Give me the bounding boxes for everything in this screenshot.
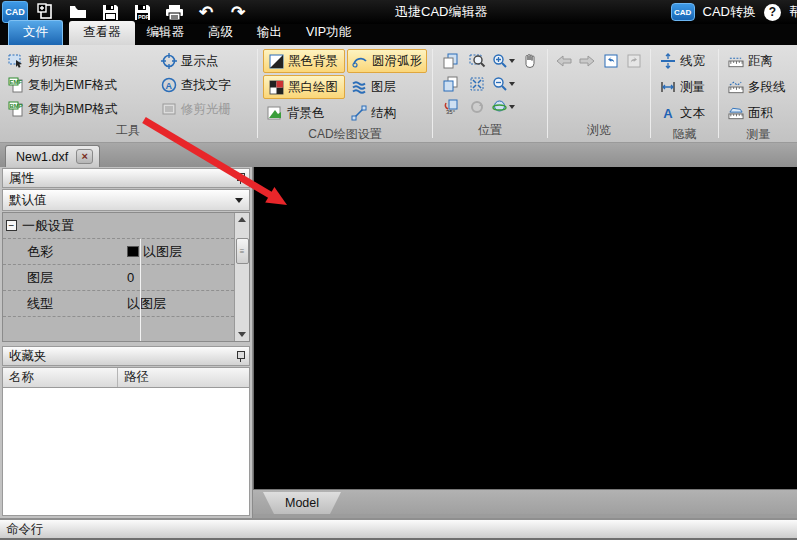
property-row-layer[interactable]: 图层 0 xyxy=(3,265,234,291)
layout-tab-strip: Model xyxy=(253,489,797,514)
menu-tab-output[interactable]: 输出 xyxy=(245,21,294,45)
orbit-3d-icon xyxy=(492,99,507,114)
close-tab-button[interactable]: × xyxy=(76,149,93,164)
help-button[interactable]: ? xyxy=(764,4,781,21)
menu-tab-file[interactable]: 文件 xyxy=(8,20,63,45)
zoom-in-button[interactable] xyxy=(490,49,516,72)
layers-button[interactable]: 图层 xyxy=(347,75,427,99)
rotate-view-button[interactable] xyxy=(464,95,490,118)
hide-text-button[interactable]: A 文本 xyxy=(656,101,713,125)
copy-bmp-button[interactable]: BMP 复制为BMP格式 xyxy=(4,97,155,121)
forward-button[interactable] xyxy=(577,49,599,72)
save-icon xyxy=(102,4,119,21)
preset-dropdown[interactable]: 默认值 xyxy=(2,189,250,211)
trim-raster-button[interactable]: 修剪光栅 xyxy=(157,97,252,121)
paste-view-button[interactable] xyxy=(438,72,464,95)
copy-emf-button[interactable]: EMF 复制为EMF格式 xyxy=(4,73,155,97)
next-view-button[interactable] xyxy=(624,49,646,72)
area-label: 面积 xyxy=(748,105,773,122)
collapse-icon[interactable]: − xyxy=(6,220,17,231)
svg-text:35°: 35° xyxy=(446,109,456,115)
line-width-button[interactable]: 线宽 xyxy=(656,49,713,73)
structure-button[interactable]: 结构 xyxy=(347,101,427,125)
property-group-row[interactable]: − 一般设置 xyxy=(3,213,234,239)
model-tab[interactable]: Model xyxy=(263,492,341,514)
cad-convert-icon: CAD xyxy=(671,3,695,21)
pin-icon[interactable] xyxy=(236,172,245,184)
bw-drawing-button[interactable]: 黑白绘图 xyxy=(263,75,345,99)
ribbon-separator xyxy=(257,49,258,138)
copy-emf-label: 复制为EMF格式 xyxy=(28,77,117,94)
background-color-button[interactable]: 背景色 xyxy=(263,101,345,125)
scroll-up-icon[interactable] xyxy=(238,217,246,222)
favorites-panel-header: 收藏夹 xyxy=(2,346,250,366)
back-button[interactable] xyxy=(553,49,575,72)
zoom-out-dropdown-arrow[interactable] xyxy=(509,82,515,86)
grid-column-divider xyxy=(140,239,141,341)
fit-screen-button[interactable] xyxy=(464,72,490,95)
scroll-down-icon[interactable] xyxy=(238,332,246,337)
print-button[interactable] xyxy=(160,1,188,23)
canvas-area: Model xyxy=(253,167,797,518)
orbit-dropdown-arrow[interactable] xyxy=(509,105,515,109)
zoom-in-dropdown-arrow[interactable] xyxy=(509,59,515,63)
zoom-window-button[interactable] xyxy=(464,49,490,72)
menu-tab-advanced[interactable]: 高级 xyxy=(196,21,245,45)
bw-drawing-icon xyxy=(268,79,284,95)
svg-text:EMF: EMF xyxy=(10,79,23,85)
pan-button[interactable] xyxy=(516,49,542,72)
command-line-bar[interactable]: 命令行 xyxy=(0,518,797,540)
orbit-3d-button[interactable] xyxy=(490,95,516,118)
open-file-button[interactable] xyxy=(64,1,92,23)
clip-frame-button[interactable]: 剪切框架 xyxy=(4,49,155,73)
property-row-color[interactable]: 色彩 以图层 xyxy=(3,239,234,265)
measure-icon xyxy=(660,79,676,95)
ribbon-group-position: 35° 位置 xyxy=(434,45,546,142)
zoom-window-icon xyxy=(469,53,486,69)
show-point-label: 显示点 xyxy=(181,53,219,70)
polyline-button[interactable]: 多段线 xyxy=(724,75,793,99)
column-header-path[interactable]: 路径 xyxy=(118,368,149,387)
cad-convert-button[interactable]: CAD转换 xyxy=(703,3,756,21)
pin-icon[interactable] xyxy=(236,350,245,362)
distance-button[interactable]: 距离 xyxy=(724,49,793,73)
menu-tab-editor[interactable]: 编辑器 xyxy=(135,21,197,45)
hide-measure-button[interactable]: 测量 xyxy=(656,75,713,99)
rotate-35-button[interactable]: 35° xyxy=(438,95,464,118)
smooth-arc-button[interactable]: 圆滑弧形 xyxy=(347,49,427,73)
property-row-linetype[interactable]: 线型 以图层 xyxy=(3,291,234,317)
menu-tab-vip[interactable]: VIP功能 xyxy=(294,21,363,45)
drawing-canvas[interactable] xyxy=(253,167,797,489)
hide-measure-label: 测量 xyxy=(680,79,705,96)
column-header-name[interactable]: 名称 xyxy=(3,368,118,387)
favorites-list[interactable] xyxy=(2,388,250,516)
scrollbar-thumb[interactable]: ≡ xyxy=(236,238,249,264)
save-button[interactable] xyxy=(96,1,124,23)
text-icon: A xyxy=(660,105,676,121)
area-button[interactable]: 面积 xyxy=(724,101,793,125)
document-tab[interactable]: New1.dxf × xyxy=(5,145,100,167)
zoom-out-button[interactable] xyxy=(490,72,516,95)
redo-icon: ↷ xyxy=(231,4,245,21)
ribbon-separator xyxy=(650,49,651,138)
copy-bmp-label: 复制为BMP格式 xyxy=(28,101,118,118)
ribbon: 剪切框架 EMF 复制为EMF格式 xyxy=(0,45,797,143)
redo-button[interactable]: ↷ xyxy=(224,1,252,23)
previous-view-icon xyxy=(603,53,619,69)
property-name: 图层 xyxy=(3,269,121,287)
property-grid-scrollbar[interactable]: ≡ xyxy=(234,213,249,341)
save-as-pdf-button[interactable]: PDF xyxy=(128,1,156,23)
black-background-button[interactable]: 黑色背景 xyxy=(263,49,345,73)
show-point-icon xyxy=(161,53,177,69)
undo-button[interactable]: ↶ xyxy=(192,1,220,23)
black-background-label: 黑色背景 xyxy=(288,53,338,70)
find-text-button[interactable]: A 查找文字 xyxy=(157,73,252,97)
properties-title: 属性 xyxy=(9,170,34,187)
show-point-button[interactable]: 显示点 xyxy=(157,49,252,73)
previous-view-button[interactable] xyxy=(600,49,622,72)
color-swatch xyxy=(127,246,139,257)
copy-view-button[interactable] xyxy=(438,49,464,72)
menu-tab-viewer[interactable]: 查看器 xyxy=(69,21,135,45)
paste-view-icon xyxy=(443,76,459,92)
polyline-label: 多段线 xyxy=(748,79,786,96)
